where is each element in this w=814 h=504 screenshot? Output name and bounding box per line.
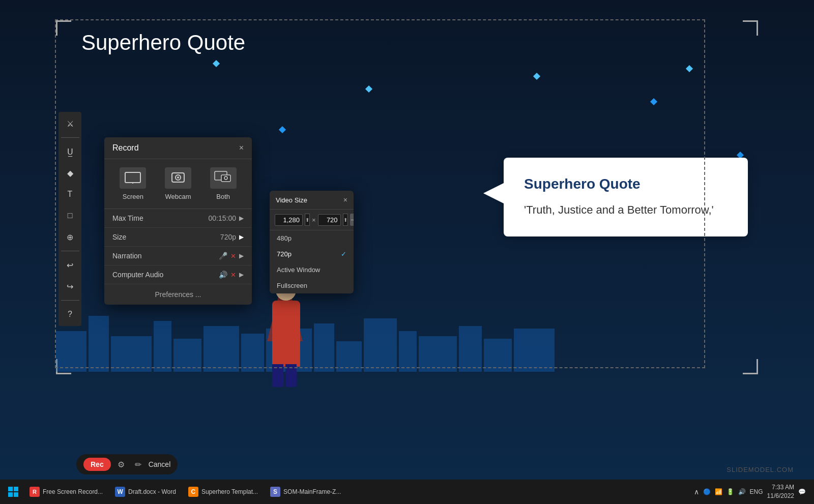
- toolbar-icon-help[interactable]: ?: [63, 307, 78, 322]
- max-time-label: Max Time: [112, 214, 143, 222]
- narration-label: Narration: [112, 252, 142, 260]
- video-size-separator: ×: [312, 216, 316, 224]
- system-tray: ∧ 🔵 📶 🔋 🔊 ENG 7:33 AM 11/6/2022 💬: [694, 483, 810, 500]
- video-size-title: Video Size: [276, 196, 307, 204]
- video-size-option-720p[interactable]: 720p ✓: [270, 246, 354, 262]
- toolbar-icon-redo[interactable]: ↪: [63, 279, 78, 294]
- video-size-option-480p[interactable]: 480p: [270, 230, 354, 246]
- option-480p-label: 480p: [277, 234, 292, 242]
- city-skyline: [56, 306, 707, 372]
- toolbar-icon-diamond[interactable]: ◆: [63, 165, 78, 181]
- screen-icon: [120, 167, 146, 189]
- left-toolbar: ⚔ U̲ ◆ T □ ⊕ ↩ ↪ ?: [59, 112, 81, 326]
- svg-point-5: [177, 176, 179, 179]
- option-720p-label: 720p: [277, 250, 292, 258]
- taskbar-item-chrome[interactable]: C Superhero Templat...: [183, 485, 263, 499]
- taskbar-item-word[interactable]: W Draft.docx - Word: [110, 485, 181, 499]
- toolbar-icon-undo[interactable]: ↩: [63, 257, 78, 273]
- toolbar-divider-2: [61, 251, 79, 251]
- option-fullscreen-label: Fullscreen: [277, 282, 307, 289]
- tray-notification[interactable]: 💬: [798, 488, 806, 495]
- watermark: SLIDEMODEL.COM: [726, 466, 794, 473]
- computer-audio-arrow[interactable]: ▶: [239, 271, 244, 278]
- narration-arrow[interactable]: ▶: [239, 252, 244, 259]
- max-time-right: 00:15:00 ▶: [209, 214, 244, 222]
- computer-audio-label: Computer Audio: [112, 271, 163, 279]
- source-webcam-label: Webcam: [165, 193, 191, 200]
- size-value: 720p: [220, 233, 236, 241]
- video-height-spinner[interactable]: ⬆: [343, 214, 348, 226]
- source-webcam[interactable]: Webcam: [165, 167, 191, 200]
- tray-icon-3: 🔋: [726, 488, 734, 495]
- svg-rect-0: [125, 172, 140, 183]
- video-size-header: Video Size ×: [270, 191, 354, 210]
- max-time-arrow[interactable]: ▶: [239, 215, 244, 222]
- taskbar-word-label: Draft.docx - Word: [128, 488, 176, 495]
- webcam-icon: [165, 167, 191, 189]
- svg-rect-11: [8, 492, 13, 497]
- taskbar-recorder-icon: R: [30, 487, 40, 497]
- video-width-input[interactable]: [275, 214, 303, 226]
- rec-button[interactable]: Rec: [83, 458, 111, 471]
- cancel-button[interactable]: Cancel: [149, 460, 171, 468]
- max-time-value: 00:15:00: [209, 214, 237, 222]
- quote-card-title: Superhero Quote: [524, 176, 728, 192]
- computer-audio-row: Computer Audio 🔊 ✕ ▶: [104, 265, 252, 284]
- video-size-option-fullscreen[interactable]: Fullscreen: [270, 278, 354, 293]
- source-screen-label: Screen: [123, 193, 143, 200]
- narration-right: 🎤 ✕ ▶: [219, 252, 244, 260]
- tray-time: 7:33 AM: [767, 483, 794, 492]
- max-time-row: Max Time 00:15:00 ▶: [104, 209, 252, 228]
- taskbar: R Free Screen Record... W Draft.docx - W…: [0, 480, 814, 504]
- source-both[interactable]: Both: [210, 167, 237, 200]
- tray-time-display: 7:33 AM 11/6/2022: [767, 483, 794, 500]
- record-dialog-close[interactable]: ×: [239, 144, 244, 152]
- taskbar-item-som[interactable]: S SOM-MainFrame-Z...: [265, 485, 346, 499]
- computer-audio-speaker-icon[interactable]: 🔊: [219, 271, 227, 279]
- tray-expand[interactable]: ∧: [694, 488, 699, 496]
- narration-row: Narration 🎤 ✕ ▶: [104, 247, 252, 265]
- start-button[interactable]: [4, 483, 22, 501]
- source-screen[interactable]: Screen: [120, 167, 146, 200]
- toolbar-divider-3: [61, 300, 79, 301]
- tray-lang[interactable]: ENG: [750, 488, 763, 495]
- video-size-dialog: Video Size × ⬆ × ⬆ → 480p 720p ✓ Active …: [270, 191, 354, 293]
- toolbar-icon-rect[interactable]: □: [63, 208, 78, 223]
- pen-button[interactable]: ✏: [131, 457, 146, 471]
- toolbar-icon-sword[interactable]: ⚔: [63, 116, 78, 131]
- record-dialog-header: Record ×: [104, 137, 252, 159]
- video-size-input-row: ⬆ × ⬆ →: [270, 210, 354, 230]
- taskbar-som-label: SOM-MainFrame-Z...: [283, 488, 341, 495]
- tray-volume-icon[interactable]: 🔊: [738, 488, 746, 495]
- toolbar-icon-text[interactable]: T: [63, 187, 78, 202]
- settings-button[interactable]: ⚙: [114, 457, 128, 471]
- corner-tr: [743, 20, 758, 36]
- record-dialog-title: Record: [112, 143, 139, 153]
- narration-disable-icon[interactable]: ✕: [230, 252, 236, 260]
- preferences-button[interactable]: Preferences ...: [104, 284, 252, 305]
- source-both-label: Both: [216, 193, 230, 200]
- video-width-spinner[interactable]: ⬆: [305, 214, 310, 226]
- quote-card: Superhero Quote 'Truth, Justice and a Be…: [504, 158, 748, 236]
- video-height-input[interactable]: [318, 214, 341, 226]
- narration-mic-icon[interactable]: 🎤: [219, 252, 227, 260]
- both-icon: [210, 167, 237, 189]
- video-size-close[interactable]: ×: [343, 196, 347, 204]
- computer-audio-disable-icon[interactable]: ✕: [230, 271, 236, 279]
- source-selection-row: Screen Webcam Both: [104, 159, 252, 209]
- rec-controls: Rec ⚙ ✏ Cancel: [76, 454, 178, 475]
- taskbar-som-icon: S: [270, 487, 280, 497]
- taskbar-item-recorder[interactable]: R Free Screen Record...: [24, 485, 108, 499]
- size-arrow[interactable]: ▶: [239, 233, 244, 241]
- size-row: Size 720p ▶: [104, 228, 252, 247]
- video-size-option-active-window[interactable]: Active Window: [270, 262, 354, 278]
- tray-icon-1: 🔵: [703, 488, 711, 495]
- video-size-go-button[interactable]: →: [350, 214, 354, 226]
- toolbar-icon-underline[interactable]: U̲: [63, 144, 78, 159]
- computer-audio-right: 🔊 ✕ ▶: [219, 271, 244, 279]
- toolbar-icon-zoom[interactable]: ⊕: [63, 229, 78, 245]
- corner-tl: [56, 20, 71, 36]
- option-active-window-label: Active Window: [277, 266, 320, 274]
- svg-rect-7: [221, 175, 230, 182]
- quote-card-text: 'Truth, Justice and a Better Tomorrow,': [524, 202, 728, 218]
